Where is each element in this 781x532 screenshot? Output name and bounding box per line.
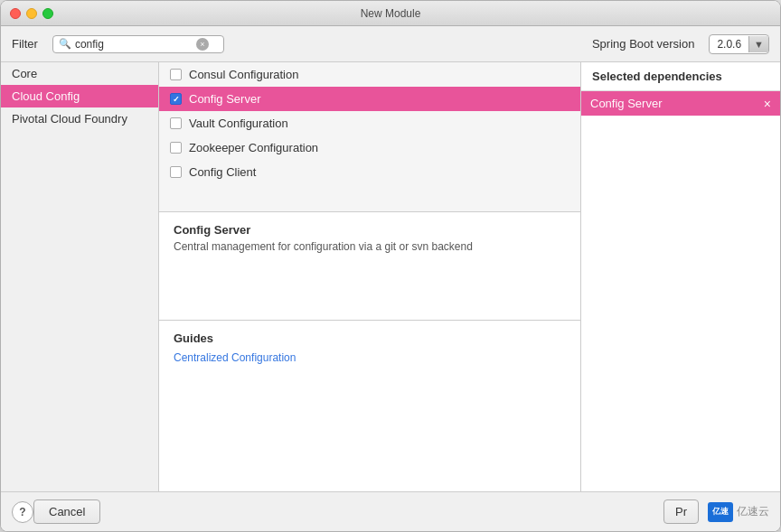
- guides-link[interactable]: Centralized Configuration: [174, 351, 296, 364]
- search-box: 🔍 ×: [52, 35, 224, 53]
- spring-version-label: Spring Boot version: [592, 37, 694, 51]
- selected-dep-name: Config Server: [590, 97, 662, 110]
- dep-list: Consul Configuration Config Server Vault…: [159, 62, 580, 212]
- dep-item-config-server[interactable]: Config Server: [159, 87, 580, 111]
- dep-name-config-client: Config Client: [189, 165, 256, 179]
- filter-label: Filter: [12, 37, 38, 51]
- cancel-button[interactable]: Cancel: [33, 499, 100, 524]
- sidebar-item-cloud-config[interactable]: Cloud Config: [1, 85, 158, 107]
- dep-item-vault-config[interactable]: Vault Configuration: [159, 111, 580, 135]
- dep-name-zookeeper-config: Zookeeper Configuration: [189, 141, 318, 154]
- dep-name-vault-config: Vault Configuration: [189, 117, 288, 130]
- close-button[interactable]: [10, 8, 21, 19]
- watermark-logo: 亿速: [708, 502, 733, 522]
- description-pane: Config Server Central management for con…: [159, 212, 580, 321]
- checkbox-vault-config[interactable]: [170, 117, 182, 129]
- dep-item-consul-config[interactable]: Consul Configuration: [159, 62, 580, 87]
- watermark-text: 亿速云: [737, 504, 769, 519]
- dep-list-pane: Consul Configuration Config Server Vault…: [159, 62, 581, 491]
- description-title: Config Server: [174, 223, 566, 237]
- selected-pane: Selected dependencies Config Server ×: [581, 62, 780, 491]
- version-arrow-icon: ▼: [748, 36, 768, 52]
- version-select[interactable]: 2.0.6 ▼: [709, 34, 769, 54]
- sidebar: Core Cloud Config Pivotal Cloud Foundry: [1, 62, 159, 491]
- sidebar-item-pivotal-cloud-foundry[interactable]: Pivotal Cloud Foundry: [1, 107, 158, 130]
- dep-name-consul-config: Consul Configuration: [189, 68, 298, 81]
- selected-deps-title: Selected dependencies: [581, 62, 780, 91]
- guides-pane: Guides Centralized Configuration: [159, 321, 580, 491]
- dep-item-zookeeper-config[interactable]: Zookeeper Configuration: [159, 135, 580, 160]
- search-input[interactable]: [75, 38, 193, 51]
- checkbox-zookeeper-config[interactable]: [170, 142, 182, 154]
- description-text: Central management for configuration via…: [174, 240, 566, 253]
- toolbar: Filter 🔍 × Spring Boot version 2.0.6 ▼: [1, 26, 780, 62]
- search-icon: 🔍: [59, 38, 71, 50]
- title-bar: New Module: [1, 1, 780, 26]
- window-title: New Module: [361, 7, 421, 20]
- checkbox-config-client[interactable]: [170, 166, 182, 178]
- guides-title: Guides: [174, 331, 566, 345]
- bottom-bar: ? Cancel Pr 亿速 亿速云: [1, 491, 780, 531]
- dep-name-config-server: Config Server: [189, 92, 260, 106]
- main-content: Core Cloud Config Pivotal Cloud Foundry …: [1, 62, 780, 491]
- dep-item-config-client[interactable]: Config Client: [159, 160, 580, 184]
- maximize-button[interactable]: [42, 8, 53, 19]
- checkbox-config-server[interactable]: [170, 93, 182, 105]
- watermark: 亿速 亿速云: [708, 502, 769, 522]
- selected-dep-config-server: Config Server ×: [581, 91, 780, 116]
- remove-config-server-button[interactable]: ×: [764, 98, 771, 110]
- pr-button[interactable]: Pr: [663, 499, 699, 524]
- version-value: 2.0.6: [710, 35, 748, 53]
- minimize-button[interactable]: [26, 8, 37, 19]
- search-clear-button[interactable]: ×: [196, 38, 209, 51]
- right-bottom-actions: Pr 亿速 亿速云: [663, 499, 769, 524]
- sidebar-item-core[interactable]: Core: [1, 62, 158, 85]
- checkbox-consul-config[interactable]: [170, 69, 182, 80]
- traffic-lights: [10, 8, 53, 19]
- help-button[interactable]: ?: [12, 501, 33, 523]
